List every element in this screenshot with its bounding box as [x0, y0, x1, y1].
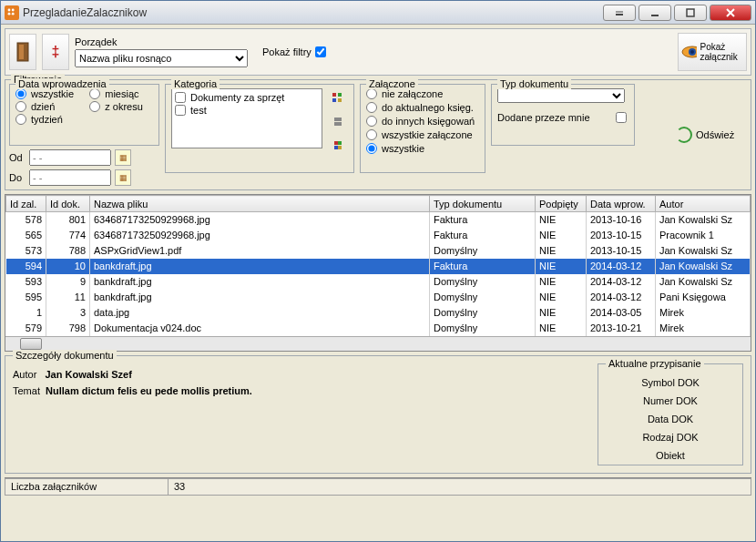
column-header[interactable]: Podpięty: [536, 196, 587, 212]
attached-radio-0[interactable]: nie załączone: [366, 88, 479, 99]
assign-item: Obiekt: [604, 446, 737, 465]
table-row[interactable]: 13data.jpgDomyślnyNIE2014-03-05Mirek: [6, 305, 751, 321]
app-icon: [5, 5, 19, 20]
date-to-input[interactable]: [29, 169, 111, 186]
minimize-aux-button[interactable]: [603, 5, 636, 21]
date-range-radio[interactable]: z okresu: [89, 101, 153, 112]
order-label: Porządek: [75, 36, 248, 47]
assign-item: Numer DOK: [604, 392, 737, 410]
attached-radio-4[interactable]: wszystkie: [366, 143, 479, 154]
attached-radio-2[interactable]: do innych księgowań: [366, 116, 479, 127]
category-list[interactable]: Dokumenty za sprzęt test: [171, 88, 322, 148]
order-select[interactable]: Nazwa pliku rosnąco: [75, 49, 248, 67]
svg-rect-0: [687, 9, 694, 16]
attached-radio-3[interactable]: wszystkie załączone: [366, 129, 479, 140]
status-label: Liczba załączników: [5, 478, 169, 496]
column-header[interactable]: Id zal.: [6, 196, 46, 212]
show-attachment-button[interactable]: Pokaż załącznik: [678, 33, 747, 71]
column-header[interactable]: Typ dokumentu: [430, 196, 536, 212]
calendar-to-icon[interactable]: ▦: [115, 169, 131, 186]
assign-item: Rodzaj DOK: [604, 428, 737, 446]
category-item: test: [174, 104, 320, 117]
refresh-icon: [676, 127, 692, 143]
attached-radio-1[interactable]: do aktualnego księg.: [366, 102, 479, 113]
detail-subject: Nullam dictum felis eu pede mollis preti…: [46, 385, 252, 396]
date-day-radio[interactable]: dzień: [15, 101, 84, 112]
table-row[interactable]: 565774634687173250929968.jpgFakturaNIE20…: [6, 228, 751, 243]
category-item: Dokumenty za sprzęt: [174, 91, 320, 104]
svg-rect-2: [19, 45, 24, 59]
column-header[interactable]: Nazwa pliku: [90, 196, 430, 212]
column-header[interactable]: Id dok.: [46, 196, 90, 212]
date-all-radio[interactable]: wszystkie: [15, 88, 84, 99]
status-value: 33: [169, 478, 751, 496]
date-from-input[interactable]: [29, 149, 111, 166]
eye-icon: [680, 43, 697, 61]
table-row[interactable]: 59511bankdraft.jpgDomyślnyNIE2014-03-12P…: [6, 290, 751, 305]
date-month-radio[interactable]: miesiąc: [89, 88, 153, 99]
column-header[interactable]: Data wprow.: [587, 196, 656, 212]
table-row[interactable]: 5939bankdraft.jpgDomyślnyNIE2014-03-12Ja…: [6, 274, 751, 290]
calendar-from-icon[interactable]: ▦: [115, 149, 131, 166]
pin-button[interactable]: ‡: [42, 34, 69, 70]
date-week-radio[interactable]: tydzień: [15, 114, 84, 125]
svg-point-5: [690, 50, 694, 54]
attachments-table[interactable]: Id zal.Id dok.Nazwa plikuTyp dokumentuPo…: [5, 195, 751, 336]
horizontal-scrollbar[interactable]: [5, 336, 751, 351]
view-grid-icon[interactable]: [326, 112, 348, 130]
assign-item: Symbol DOK: [604, 373, 737, 392]
maximize-button[interactable]: [674, 5, 707, 21]
added-by-me-toggle[interactable]: Dodane przeze mnie: [497, 112, 628, 123]
window-title: PrzegladanieZalacznikow: [23, 6, 603, 19]
detail-author: Jan Kowalski Szef: [45, 369, 131, 380]
minimize-button[interactable]: [639, 5, 671, 21]
table-row[interactable]: 573788ASPxGridView1.pdfDomyślnyNIE2013-1…: [6, 243, 751, 259]
refresh-button[interactable]: Odśwież: [674, 117, 747, 153]
view-list-icon[interactable]: [326, 136, 348, 154]
show-filters-toggle[interactable]: Pokaż filtry: [262, 46, 328, 57]
assign-item: Data DOK: [604, 410, 737, 428]
table-row[interactable]: 578801634687173250929968.jpgFakturaNIE20…: [6, 212, 751, 228]
column-header[interactable]: Autor: [656, 196, 751, 212]
close-button[interactable]: [710, 5, 751, 21]
exit-button[interactable]: [9, 34, 36, 70]
view-large-icon[interactable]: [326, 88, 348, 107]
doctype-select[interactable]: [497, 88, 625, 103]
table-row[interactable]: 579798Dokumentacja v024.docDomyślnyNIE20…: [6, 321, 751, 336]
table-row[interactable]: 59410bankdraft.jpgFakturaNIE2014-03-12Ja…: [6, 259, 751, 274]
